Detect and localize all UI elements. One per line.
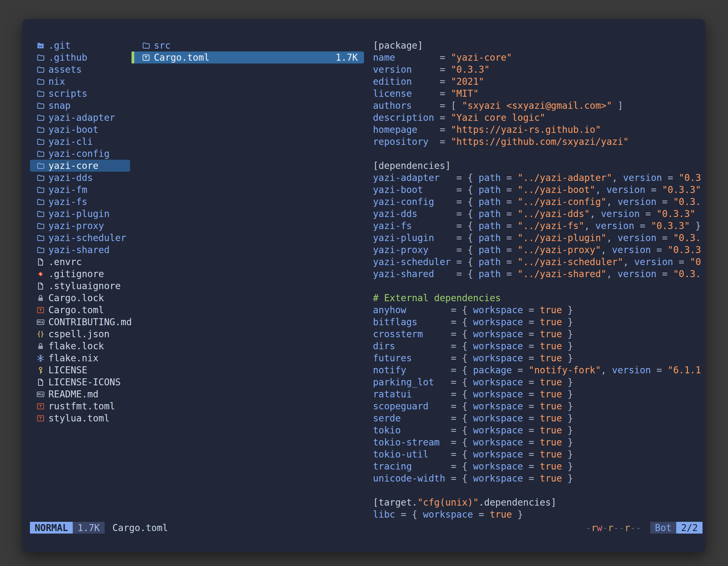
file-row[interactable]: yazi-config	[30, 148, 130, 160]
syntax-segment: workspace	[473, 340, 523, 351]
syntax-segment: = {	[417, 316, 473, 327]
syntax-segment: anyhow	[373, 304, 406, 315]
syntax-segment: =	[501, 196, 518, 207]
file-row[interactable]: assets	[30, 64, 130, 76]
syntax-segment: =	[662, 172, 679, 183]
file-row[interactable]: yazi-core	[30, 160, 130, 172]
file-name: scripts	[48, 88, 87, 99]
folder-icon	[142, 41, 150, 50]
file-row[interactable]: rustfmt.toml	[30, 400, 130, 412]
file-name: .envrc	[48, 257, 82, 267]
file-row[interactable]: Cargo.toml 1.7K	[131, 51, 364, 64]
file-row[interactable]: yazi-boot	[30, 124, 130, 136]
file-row[interactable]: yazi-fs	[30, 196, 130, 208]
syntax-segment: = {	[423, 184, 479, 195]
syntax-segment: true	[540, 304, 562, 315]
syntax-segment: ,	[601, 245, 612, 255]
syntax-segment: =	[651, 365, 668, 375]
file-permissions: -rw-r--r--	[586, 522, 641, 533]
file-row[interactable]: yazi-proxy	[30, 220, 130, 232]
preview-line: futures = { workspace = true }	[373, 352, 701, 364]
preview-line	[373, 148, 701, 160]
syntax-segment: = {	[434, 233, 479, 243]
syntax-segment: version	[617, 269, 656, 280]
syntax-segment: =	[501, 245, 518, 255]
current-directory-pane: src Cargo.toml 1.7K	[131, 39, 364, 64]
folder-icon	[36, 210, 45, 218]
file-name: src	[154, 40, 171, 51]
syntax-segment: }	[562, 449, 573, 460]
file-name: yazi-plugin	[48, 208, 110, 219]
folder-icon	[36, 198, 45, 206]
syntax-segment: workspace	[473, 473, 523, 484]
file-row[interactable]: Cargo.toml	[30, 304, 130, 316]
syntax-segment: = {	[445, 473, 473, 484]
file-row[interactable]: yazi-cli	[30, 136, 130, 148]
file-row[interactable]: flake.nix	[30, 352, 130, 364]
file-name: .git	[48, 40, 71, 51]
file-row[interactable]: LICENSE-ICONS	[30, 376, 130, 388]
syntax-segment: version	[617, 233, 656, 243]
syntax-segment: package	[473, 365, 512, 375]
syntax-segment: = {	[451, 257, 478, 267]
file-row[interactable]: CONTRIBUTING.md	[30, 316, 130, 328]
syntax-segment: =	[523, 316, 540, 327]
syntax-segment: }	[562, 328, 573, 339]
file-row[interactable]: snap	[30, 100, 130, 112]
folder-icon	[36, 174, 45, 182]
file-row[interactable]: Cargo.lock	[30, 292, 130, 304]
file-row[interactable]: yazi-dds	[30, 172, 130, 184]
file-name: flake.lock	[48, 340, 104, 351]
file-row[interactable]: .envrc	[30, 256, 130, 268]
syntax-segment: version	[612, 245, 651, 255]
syntax-segment: workspace	[473, 413, 523, 424]
syntax-segment: tokio-stream	[373, 437, 440, 448]
file-row[interactable]: README.md	[30, 388, 130, 400]
file-row[interactable]: yazi-fm	[30, 184, 130, 196]
file-row[interactable]: LICENSE	[30, 364, 130, 376]
file-row[interactable]: flake.lock	[30, 340, 130, 352]
preview-line: notify = { package = "notify-fork", vers…	[373, 364, 701, 376]
folder-icon	[36, 150, 45, 158]
syntax-segment: = {	[395, 509, 423, 520]
file-name: cspell.json	[48, 328, 110, 339]
file-row[interactable]: .gitignore	[30, 268, 130, 280]
syntax-segment: }	[562, 377, 573, 387]
syntax-segment: path	[479, 172, 501, 183]
syntax-segment: "0.3.	[673, 269, 701, 280]
preview-line: yazi-plugin = { path = "../yazi-plugin",…	[373, 232, 701, 244]
file-row[interactable]: scripts	[30, 88, 130, 100]
file-row[interactable]: yazi-shared	[30, 244, 130, 256]
file-row[interactable]: yazi-plugin	[30, 208, 130, 220]
syntax-segment: }	[562, 473, 573, 484]
file-row[interactable]: cspell.json	[30, 328, 130, 340]
syntax-segment: }	[512, 509, 523, 520]
syntax-segment: homepage	[373, 124, 417, 135]
file-row[interactable]: yazi-scheduler	[30, 232, 130, 244]
file-row[interactable]: nix	[30, 76, 130, 88]
file-name: LICENSE-ICONS	[48, 377, 121, 387]
syntax-segment: description	[373, 112, 434, 123]
file-row[interactable]: .git	[30, 39, 130, 51]
syntax-segment: tokio	[373, 425, 401, 436]
file-row[interactable]: .github	[30, 51, 130, 64]
markdown-icon	[36, 390, 45, 398]
lock-icon	[36, 294, 45, 302]
file-row[interactable]: yazi-adapter	[30, 112, 130, 124]
syntax-segment: = {	[395, 340, 473, 351]
preview-pane: [package]name = "yazi-core"version = "0.…	[373, 39, 701, 520]
file-icon	[36, 378, 45, 386]
syntax-segment: path	[479, 257, 501, 267]
syntax-segment: ,	[606, 269, 617, 280]
syntax-segment: =	[523, 340, 540, 351]
syntax-segment: }	[562, 389, 573, 400]
file-row[interactable]: stylua.toml	[30, 412, 130, 424]
syntax-segment: "0.3.3"	[662, 184, 701, 195]
file-row[interactable]: .styluaignore	[30, 280, 130, 292]
syntax-segment: tokio-util	[373, 449, 429, 460]
file-row[interactable]: src	[131, 39, 364, 51]
syntax-segment: =	[656, 269, 673, 280]
syntax-segment: workspace	[473, 328, 523, 339]
syntax-segment: workspace	[473, 449, 523, 460]
file-icon	[36, 282, 45, 290]
